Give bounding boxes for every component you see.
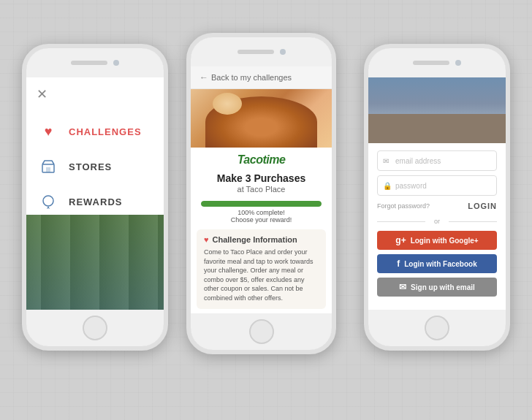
challenge-subtitle: at Taco Place xyxy=(191,184,332,198)
rewards-icon xyxy=(38,191,58,212)
phone-center-home-button[interactable] xyxy=(249,319,274,344)
back-label: Back to my challenges xyxy=(211,73,292,82)
phone-right-bottom-bar xyxy=(368,310,506,346)
forgot-password-text[interactable]: Forgot password? xyxy=(377,202,430,210)
email-signup-button[interactable]: ✉ Sign up with email xyxy=(377,278,497,297)
food-photo xyxy=(191,89,332,148)
nav-item-rewards[interactable]: REWARDS xyxy=(26,184,164,219)
google-plus-icon: g+ xyxy=(395,235,406,245)
challenge-info-header: ♥ Challenge Information xyxy=(204,235,319,244)
login-form: ✉ email address 🔒 password Forgot passwo… xyxy=(368,143,506,304)
phone-left-bottom-bar xyxy=(26,310,164,346)
phone-left-top-bar xyxy=(26,48,164,77)
challenge-info-title: Challenge Information xyxy=(213,235,297,244)
password-placeholder: password xyxy=(395,182,427,190)
google-login-label: Login with Google+ xyxy=(411,237,479,245)
email-envelope-icon: ✉ xyxy=(383,157,389,165)
progress-section: 100% complete! Choose your reward! xyxy=(191,198,332,229)
email-input[interactable]: email address xyxy=(377,150,497,171)
phone-right-camera xyxy=(455,60,461,66)
back-arrow-icon: ← xyxy=(200,72,208,83)
left-phone-photo xyxy=(26,215,164,310)
progress-label: 100% complete! Choose your reward! xyxy=(201,209,322,224)
close-button[interactable]: ✕ xyxy=(37,86,48,102)
phone-right-screen: ✉ email address 🔒 password Forgot passwo… xyxy=(368,77,506,310)
phone-left-speaker xyxy=(71,61,107,65)
svg-point-2 xyxy=(43,196,53,206)
right-photo xyxy=(368,77,506,143)
email-input-wrapper: ✉ email address xyxy=(377,150,497,171)
password-input[interactable]: password xyxy=(377,175,497,196)
left-photo-inner xyxy=(26,215,164,310)
challenge-title: Make 3 Purchases xyxy=(191,169,332,184)
challenge-info-text: Come to Taco Place and order your favori… xyxy=(204,248,319,303)
phone-right-speaker xyxy=(413,61,449,65)
rewards-label: REWARDS xyxy=(69,196,122,207)
phone-center-speaker xyxy=(238,50,274,54)
phone-left-camera xyxy=(113,60,119,66)
forgot-password-row: Forgot password? LOGIN xyxy=(377,200,497,212)
email-signup-icon: ✉ xyxy=(399,282,406,292)
phone-right: ✉ email address 🔒 password Forgot passwo… xyxy=(364,44,510,351)
password-lock-icon: 🔒 xyxy=(383,182,392,190)
phone-left-screen: ✕ ♥ CHALLENGES STORES REWARDS xyxy=(26,77,164,310)
challenge-info-section: ♥ Challenge Information Come to Taco Pla… xyxy=(197,229,326,309)
svg-rect-1 xyxy=(46,167,50,172)
google-login-button[interactable]: g+ Login with Google+ xyxy=(377,231,497,250)
back-bar[interactable]: ← Back to my challenges xyxy=(191,66,332,89)
phone-right-home-button[interactable] xyxy=(425,316,449,340)
phone-center-camera xyxy=(280,49,286,55)
brand-section: Tacotime xyxy=(191,148,332,169)
phone-center-screen: ← Back to my challenges Tacotime Make 3 … xyxy=(191,66,332,313)
login-button[interactable]: LOGIN xyxy=(468,202,497,210)
stores-label: STORES xyxy=(69,161,112,172)
nav-item-stores[interactable]: STORES xyxy=(26,149,164,184)
nav-item-challenges[interactable]: ♥ CHALLENGES xyxy=(26,114,164,149)
stores-icon xyxy=(38,156,58,177)
phone-center-top-bar xyxy=(191,37,332,66)
phone-center-bottom-bar xyxy=(191,313,332,350)
phone-left-home-button[interactable] xyxy=(83,316,107,340)
email-signup-label: Sign up with email xyxy=(411,283,475,291)
or-divider: or xyxy=(377,218,497,225)
brand-logo: Tacotime xyxy=(198,153,324,167)
challenges-icon: ♥ xyxy=(38,121,58,142)
facebook-icon: f xyxy=(397,259,400,269)
brand-name: Tacotime xyxy=(238,153,286,166)
phone-right-top-bar xyxy=(368,48,506,77)
email-placeholder: email address xyxy=(395,157,441,165)
progress-bar-bg xyxy=(201,201,322,207)
phone-center: ← Back to my challenges Tacotime Make 3 … xyxy=(186,33,336,354)
progress-bar-fill xyxy=(201,201,322,207)
phone-left: ✕ ♥ CHALLENGES STORES REWARDS xyxy=(22,44,168,351)
challenges-label: CHALLENGES xyxy=(69,126,142,137)
challenge-heart-icon: ♥ xyxy=(204,235,209,244)
password-input-wrapper: 🔒 password xyxy=(377,175,497,196)
facebook-login-label: Login with Facebook xyxy=(404,260,476,268)
facebook-login-button[interactable]: f Login with Facebook xyxy=(377,254,497,273)
